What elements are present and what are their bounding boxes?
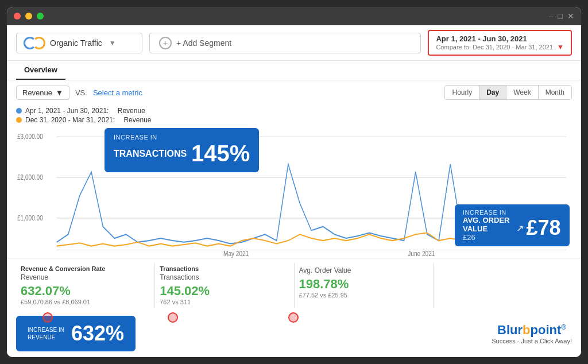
blurb-logo: Blurbpoint® Success - Just a Click Away! [492,323,572,344]
svg-text:May 2021: May 2021 [223,249,249,258]
metric-group-avg-order: Avg. Order Value 198.78% £77.52 vs £25.9… [295,263,434,308]
metric-value-transactions: 145.02% [160,284,289,299]
metric-group-revenue: Revenue & Conversion Rate Revenue 632.07… [16,263,155,308]
metric-group-title-transactions: Transactions [160,265,289,272]
time-period-buttons: Hourly Day Week Month [444,85,572,100]
tab-bar: Overview [7,61,581,80]
avg-order-title: INCREASE IN [463,209,562,216]
metric-group-transactions: Transactions Transactions 145.02% 762 vs… [155,263,294,308]
add-segment-label: + Add Segment [176,38,231,48]
metric-dropdown-icon: ▼ [56,88,63,97]
restore-icon[interactable]: □ [558,11,563,21]
segment-bar: Organic Traffic ▼ + + Add Segment Apr 1,… [7,25,581,61]
metric-name-avg: Avg. Order Value [299,266,428,274]
metric-label: Revenue [22,88,52,97]
transactions-label: TRANSACTIONS [114,149,187,159]
date-range-main: Apr 1, 2021 - Jun 30, 2021 [436,34,564,43]
pulse-avg-icon [288,312,299,323]
window-controls: – □ ✕ [549,11,574,21]
add-circle-icon: + [159,37,172,49]
week-button[interactable]: Week [506,86,538,99]
metric-select-dropdown[interactable]: Revenue ▼ [16,86,69,100]
date-dropdown-icon: ▼ [557,43,564,51]
bottom-bar: INCREASE INREVENUE 632% Blurbpoint® Succ… [7,312,581,357]
day-button[interactable]: Day [479,86,506,99]
legend-metric-primary: Revenue [118,107,145,115]
trademark-symbol: ® [561,323,566,331]
metric-compare-revenue: £59,070.86 vs £8,069.01 [21,299,150,305]
hourly-button[interactable]: Hourly [445,86,479,99]
avg-order-subtitle2: VALUE [463,224,509,233]
legend-date-primary: Apr 1, 2021 - Jun 30, 2021: [25,107,109,115]
svg-text:£2,000.00: £2,000.00 [17,173,43,182]
increase-revenue-value: 632% [71,322,124,346]
svg-text:£3,000.00: £3,000.00 [17,132,43,141]
pulse-revenue-icon [42,312,53,323]
increase-revenue-card: INCREASE INREVENUE 632% [16,316,136,351]
date-range-selector[interactable]: Apr 1, 2021 - Jun 30, 2021 Compare to: D… [428,30,572,56]
metric-value-avg: 198.78% [299,277,428,292]
blurb-text-start: Blur [497,323,523,337]
avg-order-subtitle: AVG. ORDER [463,216,509,224]
app-window: – □ ✕ Organic Traffic ▼ + + Add Segment … [7,7,581,357]
circle-orange-icon [33,37,45,49]
metric-group-title-revenue: Revenue & Conversion Rate [21,265,150,272]
segment-label: Organic Traffic [50,38,102,48]
transactions-overlay-title: INCREASE IN [114,134,250,141]
increase-revenue-title: INCREASE INREVENUE [28,326,64,341]
blurb-tagline: Success - Just a Click Away! [492,338,572,344]
legend-date-compare: Dec 31, 2020 - Mar 31, 2021: [25,116,115,124]
metric-name-revenue: Revenue [21,273,150,281]
metric-name-transactions: Transactions [160,273,289,281]
close-button[interactable] [14,13,21,20]
trend-arrow-icon: ↗ [516,223,524,234]
legend-item-compare: Dec 31, 2020 - Mar 31, 2021: Revenue [16,116,572,124]
avg-order-compare: £26 [463,233,509,242]
chart-legend: Apr 1, 2021 - Jun 30, 2021: Revenue Dec … [7,104,581,125]
metric-value-revenue: 632.07% [21,284,150,299]
add-segment-button[interactable]: + + Add Segment [149,33,421,53]
minimize-icon[interactable]: – [549,11,554,21]
svg-text:£1,000.00: £1,000.00 [17,213,43,222]
metric-compare-transactions: 762 vs 311 [160,299,289,305]
segment-icon [24,37,45,49]
compare-range: Dec 31, 2020 - Mar 31, 2021 [473,44,553,51]
metric-group-empty [434,263,572,308]
chart-area: £3,000.00 £2,000.00 £1,000.00 May 2021 J… [7,125,581,258]
increase-label: INCREASE INREVENUE [28,326,64,341]
vs-label: VS. [75,88,87,97]
avg-order-value: £78 [526,216,560,240]
legend-dot-compare [16,117,22,123]
segment-dropdown-icon: ▼ [109,39,116,47]
legend-metric-compare: Revenue [123,116,151,124]
title-bar: – □ ✕ [7,7,581,25]
metrics-section: Revenue & Conversion Rate Revenue 632.07… [7,258,581,312]
month-button[interactable]: Month [539,86,571,99]
transactions-value: 145% [191,141,250,166]
blurb-name: Blurbpoint® [492,323,572,338]
minimize-button[interactable] [25,13,32,20]
avg-order-overlay-card: INCREASE IN AVG. ORDER VALUE £26 ↗ £78 [455,204,570,246]
legend-item-primary: Apr 1, 2021 - Jun 30, 2021: Revenue [16,107,572,115]
main-content: Organic Traffic ▼ + + Add Segment Apr 1,… [7,25,581,357]
compare-label: Compare to: [436,44,471,51]
blurb-dot-icon: b [523,323,530,337]
select-metric-link[interactable]: Select a metric [93,88,142,97]
segment-selector[interactable]: Organic Traffic ▼ [16,33,142,53]
close-icon[interactable]: ✕ [567,11,574,21]
tab-overview[interactable]: Overview [16,61,65,80]
legend-dot-primary [16,108,22,114]
date-range-compare: Compare to: Dec 31, 2020 - Mar 31, 2021 … [436,43,564,51]
svg-text:June 2021: June 2021 [408,249,435,258]
metric-controls: Revenue ▼ VS. Select a metric Hourly Day… [7,80,581,104]
pulse-transactions-icon [168,312,178,323]
blurb-text-end: point [531,323,562,337]
metric-compare-avg: £77.52 vs £25.95 [299,292,428,299]
maximize-button[interactable] [37,13,44,20]
transactions-overlay-card: INCREASE IN TRANSACTIONS 145% [105,128,259,172]
